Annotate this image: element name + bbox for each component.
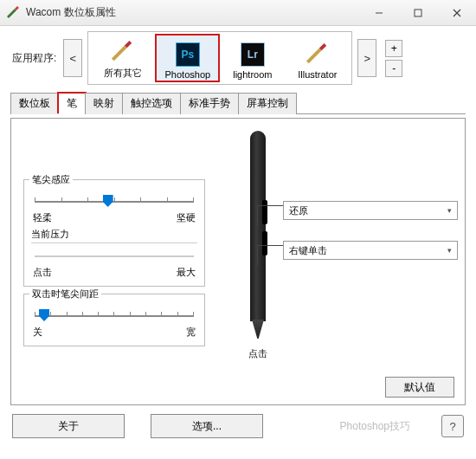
app-item-photoshop[interactable]: Ps Photoshop: [155, 34, 220, 82]
combo-value: 右键单击: [289, 244, 327, 257]
app-prev-button[interactable]: <: [63, 39, 82, 77]
photoshop-icon: Ps: [175, 42, 201, 68]
app-next-button[interactable]: >: [357, 39, 376, 77]
app-item-illustrator[interactable]: Illustrator: [285, 34, 350, 82]
pencil-icon: [305, 42, 331, 68]
tab-tablet[interactable]: 数位板: [10, 93, 59, 114]
double-click-header: 双击时笔尖间距: [29, 288, 101, 301]
current-pressure-header: 当前压力: [31, 228, 197, 243]
current-pressure-indicator: [35, 249, 194, 264]
help-icon: ?: [449, 420, 455, 433]
application-list: 所有其它 Ps Photoshop Lr lightroom Illustrat…: [87, 31, 352, 85]
pen-button-assignments: 还原 ▾ 右键单击 ▾: [257, 134, 458, 266]
pen-tip-label: 点击: [248, 347, 267, 360]
pressure-max-label: 最大: [177, 266, 196, 279]
close-button[interactable]: [437, 0, 476, 26]
lightroom-icon: Lr: [240, 42, 266, 68]
app-item-label: Illustrator: [298, 69, 337, 80]
defaults-button[interactable]: 默认值: [385, 377, 454, 398]
title-bar: Wacom 数位板属性: [0, 0, 476, 26]
tip-soft-label: 轻柔: [33, 211, 52, 224]
options-button[interactable]: 选项...: [151, 414, 263, 438]
app-item-lightroom[interactable]: Lr lightroom: [220, 34, 285, 82]
watermark-text: Photoshop技巧: [289, 419, 415, 434]
app-logo-icon: [7, 6, 21, 20]
chevron-down-icon: ▾: [447, 246, 452, 255]
maximize-button[interactable]: [398, 0, 437, 26]
minimize-button[interactable]: [359, 0, 398, 26]
window-title: Wacom 数位板属性: [26, 5, 359, 20]
app-item-all-other[interactable]: 所有其它: [90, 34, 155, 82]
app-item-label: 所有其它: [104, 67, 142, 80]
bottom-bar: 关于 选项... Photoshop技巧 ?: [0, 411, 476, 442]
pressure-click-label: 点击: [33, 266, 52, 279]
tab-standard-gestures[interactable]: 标准手势: [180, 93, 239, 114]
app-add-button[interactable]: +: [385, 40, 402, 57]
help-button[interactable]: ?: [441, 415, 464, 437]
pen-settings-panel: 笔尖感应 轻柔 坚硬 当前压力 点击 最大: [10, 118, 466, 405]
tip-feel-slider[interactable]: [35, 194, 194, 210]
tab-screen-control[interactable]: 屏幕控制: [238, 93, 297, 114]
about-button[interactable]: 关于: [12, 414, 125, 438]
app-item-label: Photoshop: [165, 69, 211, 80]
tip-firm-label: 坚硬: [177, 211, 196, 224]
pencil-icon: [110, 39, 136, 65]
chevron-down-icon: ▾: [447, 206, 452, 215]
tip-feel-header: 笔尖感应: [29, 173, 73, 186]
tip-feel-group: 笔尖感应 轻柔 坚硬 当前压力 点击 最大: [23, 179, 205, 287]
app-remove-button[interactable]: -: [385, 60, 402, 77]
leader-line: [257, 245, 283, 266]
application-label: 应用程序:: [12, 51, 56, 66]
upper-button-combo[interactable]: 还原 ▾: [283, 201, 458, 220]
tab-bar: 数位板 笔 映射 触控选项 标准手势 屏幕控制: [10, 92, 466, 114]
tab-pen[interactable]: 笔: [58, 93, 86, 114]
app-item-label: lightroom: [233, 69, 272, 80]
combo-value: 还原: [289, 204, 308, 217]
lower-button-combo[interactable]: 右键单击 ▾: [283, 241, 458, 260]
svg-rect-1: [415, 10, 421, 16]
left-column: 笔尖感应 轻柔 坚硬 当前压力 点击 最大: [23, 127, 205, 398]
dbl-wide-label: 宽: [186, 326, 196, 339]
double-click-group: 双击时笔尖间距 关 宽: [23, 294, 205, 346]
tab-mapping[interactable]: 映射: [85, 93, 123, 114]
leader-line: [257, 205, 283, 226]
dbl-off-label: 关: [33, 326, 42, 339]
application-row: 应用程序: < 所有其它 Ps Photoshop Lr lightroom I…: [0, 26, 476, 88]
double-click-slider[interactable]: [35, 308, 194, 324]
tab-touch-options[interactable]: 触控选项: [122, 93, 181, 114]
